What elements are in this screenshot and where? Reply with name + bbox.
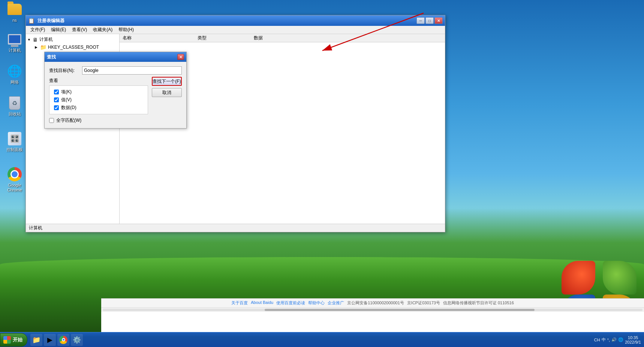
find-buttons: 查找下一个(F) 取消 (152, 77, 182, 97)
checkbox-data-label: 数据(D) (61, 105, 76, 111)
clock-date: 2022/9/1 (625, 340, 641, 344)
desktop-icon-chrome[interactable]: Google Chrome (2, 167, 27, 193)
maximize-button[interactable]: □ (425, 17, 434, 24)
desktop-icon-recycle[interactable]: 回收站 (2, 96, 27, 117)
scrollbar-thumb[interactable] (265, 309, 535, 311)
regedit-statusbar: 计算机 (26, 224, 445, 232)
find-next-button[interactable]: 查找下一个(F) (152, 77, 182, 86)
tree-expand-arrow: ▼ (27, 38, 31, 42)
find-checkboxes: 项(K) 值(V) 数据(D) (49, 85, 148, 114)
start-button[interactable]: 开始 (0, 333, 27, 347)
close-button[interactable]: ✕ (434, 17, 443, 24)
chrome-icon (7, 167, 22, 182)
browser-scrollbar[interactable] (101, 307, 644, 312)
desktop-icon-control[interactable]: 🎛️ 控制面板 (2, 131, 27, 152)
find-dialog-title: 查找 (47, 54, 56, 60)
start-windows-logo (3, 336, 11, 344)
system-tray-weather: °, (607, 338, 610, 342)
taskbar-icon-media[interactable]: ▶ (44, 334, 56, 346)
find-search-input[interactable] (82, 66, 182, 75)
minimize-button[interactable]: ─ (416, 17, 425, 24)
taskbar-clock: 10:35 2022/9/1 (625, 335, 641, 344)
taskbar-right: CH 中 °, 🔊 🌐 10:35 2022/9/1 (591, 335, 644, 344)
taskbar-icon-folder[interactable]: 📁 (30, 334, 42, 346)
tree-hkcr-label: HKEY_CLASSES_ROOT (48, 45, 99, 50)
checkbox-keys-label: 项(K) (61, 89, 72, 95)
footer-link-terms[interactable]: 使用百度前必读 (276, 300, 305, 306)
checkbox-keys-input[interactable] (54, 90, 59, 94)
menu-view[interactable]: 查看(V) (69, 26, 90, 34)
window-controls: ─ □ ✕ (416, 17, 443, 24)
computer-icon (7, 32, 22, 47)
checkbox-values-input[interactable] (54, 97, 59, 102)
desktop: ns 计算机 🌐 网络 回收站 🎛️ 控制面板 Google Chrome (0, 0, 644, 347)
find-body: 查找目标(N): 查找下一个(F) 取消 查看 项(K) 值( (45, 62, 186, 128)
tree-root[interactable]: ▼ 🖥 计算机 (27, 36, 118, 43)
footer-link-help[interactable]: 帮助中心 (308, 300, 325, 306)
checkbox-data-input[interactable] (54, 105, 59, 110)
footer-link-about-baidu-en[interactable]: About Baidu (251, 300, 273, 306)
col-data-header: 数据 (254, 35, 442, 41)
footer-icp1: 京公网安备11000002000001号 (347, 300, 404, 306)
desktop-icon-ns[interactable]: ns (2, 2, 27, 23)
regedit-menubar: 文件(F) 编辑(E) 查看(V) 收藏夹(A) 帮助(H) (26, 26, 445, 34)
menu-edit[interactable]: 编辑(E) (48, 26, 69, 34)
desktop-icon-network[interactable]: 🌐 网络 (2, 64, 27, 85)
find-search-label: 查找目标(N): (49, 67, 79, 74)
taskbar-icon-chrome[interactable] (57, 334, 69, 346)
find-close-button[interactable]: ✕ (177, 54, 184, 60)
regedit-titlebar[interactable]: 📋 注册表编辑器 ─ □ ✕ (26, 15, 445, 26)
find-checkbox-values[interactable]: 值(V) (54, 97, 143, 103)
find-full-match-row: 全字匹配(W) (49, 117, 182, 124)
win-logo-red (562, 261, 595, 295)
column-headers: 名称 类型 数据 (120, 34, 445, 42)
col-name-header: 名称 (123, 35, 198, 41)
find-full-match-label[interactable]: 全字匹配(W) (49, 117, 148, 124)
find-search-row: 查找目标(N): (49, 66, 182, 75)
footer-broadcast: 信息网络传播视听节目许可证 0110516 (443, 300, 514, 306)
ns-icon (7, 2, 22, 17)
recycle-icon (7, 96, 22, 111)
footer-link-about-baidu[interactable]: 关于百度 (231, 300, 248, 306)
hkcr-arrow: ▶ (35, 45, 39, 49)
menu-file[interactable]: 文件(F) (27, 26, 48, 34)
browser-footer: 关于百度 About Baidu 使用百度前必读 帮助中心 企业推广 京公网安备… (101, 299, 644, 307)
menu-favorites[interactable]: 收藏夹(A) (90, 26, 115, 34)
tree-hkcr[interactable]: ▶ 📁 HKEY_CLASSES_ROOT (35, 43, 118, 51)
clock-time: 10:35 (628, 335, 638, 340)
find-section-label: 查看 (49, 78, 148, 84)
system-tray-lang: 中 (602, 337, 606, 343)
checkbox-fullmatch-label: 全字匹配(W) (56, 117, 81, 124)
system-tray-ch: CH (594, 338, 600, 342)
system-tray-sound: 🔊 (611, 337, 617, 342)
desktop-icon-computer[interactable]: 计算机 (2, 32, 27, 53)
find-dialog: 查找 ✕ 查找目标(N): 查找下一个(F) 取消 查看 项(K) (44, 52, 187, 129)
regedit-title: 注册表编辑器 (36, 18, 416, 24)
find-titlebar[interactable]: 查找 ✕ (45, 52, 186, 62)
scrollbar-track (103, 309, 643, 311)
tree-root-label: 计算机 (39, 36, 53, 43)
status-text: 计算机 (29, 225, 42, 231)
taskbar-icon-settings[interactable]: ⚙️ (71, 334, 83, 346)
find-checkbox-data[interactable]: 数据(D) (54, 105, 143, 111)
footer-icp2: 京ICP证030173号 (407, 300, 440, 306)
system-tray-network: 🌐 (618, 337, 623, 342)
taskbar-apps: 📁 ▶ ⚙️ (30, 334, 591, 346)
control-panel-icon: 🎛️ (7, 131, 22, 146)
menu-help[interactable]: 帮助(H) (115, 26, 137, 34)
start-label: 开始 (13, 337, 22, 343)
taskbar: 开始 📁 ▶ ⚙️ CH 中 °, 🔊 🌐 (0, 332, 644, 347)
hkcr-icon: 📁 (40, 44, 46, 50)
computer-tree-icon: 🖥 (33, 37, 38, 43)
checkbox-values-label: 值(V) (61, 97, 72, 103)
col-type-header: 类型 (198, 35, 254, 41)
find-cancel-button[interactable]: 取消 (152, 88, 182, 97)
browser-area: 关于百度 About Baidu 使用百度前必读 帮助中心 企业推广 京公网安备… (101, 298, 644, 332)
checkbox-fullmatch-input[interactable] (49, 118, 54, 123)
footer-link-promo[interactable]: 企业推广 (328, 300, 344, 306)
network-icon: 🌐 (7, 64, 22, 79)
win-logo-green (603, 261, 637, 295)
find-checkbox-keys[interactable]: 项(K) (54, 89, 143, 95)
